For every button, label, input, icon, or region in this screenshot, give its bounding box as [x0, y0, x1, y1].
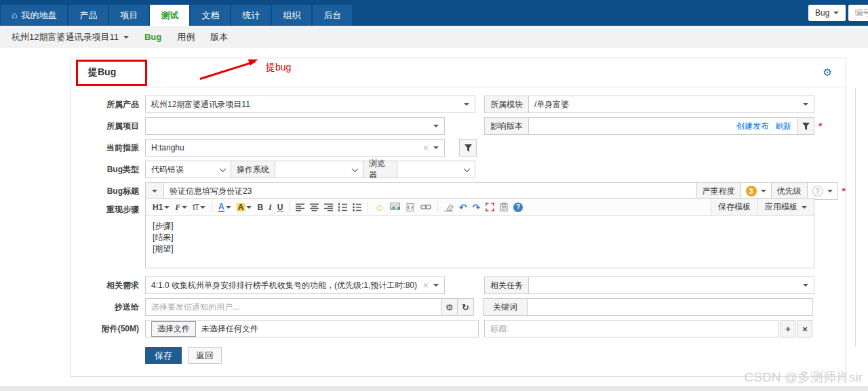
save-button[interactable]: 保存 [145, 347, 182, 364]
cc-settings-button[interactable]: ⚙ [441, 298, 458, 316]
font-size-icon[interactable]: tT [193, 203, 205, 211]
related-task-select[interactable] [528, 276, 814, 294]
related-task-group: 相关任务 [484, 276, 814, 294]
attachment-title-input[interactable] [484, 320, 778, 337]
watermark-text: CSDN @多测师肖sir [745, 369, 863, 386]
related-task-label: 相关任务 [484, 276, 529, 294]
plus-icon: + [785, 324, 791, 334]
row-project: 所属项目 影响版本 创建发布 刷新 * [71, 117, 846, 135]
home-icon: ⌂ [12, 5, 17, 26]
nav-item-org[interactable]: 组织 [272, 5, 311, 26]
save-template-button[interactable]: 保存模板 [711, 199, 757, 215]
remove-attachment-button[interactable]: × [797, 320, 812, 337]
close-icon: × [802, 324, 808, 334]
module-label: 所属模块 [484, 96, 529, 113]
bug-type-select[interactable]: 代码错误 [145, 161, 231, 178]
nav-item-test[interactable]: 测试 [150, 5, 189, 26]
create-bug-panel: 提Bug ⚙ 所属产品 杭州12期富婆通讯录项目11 所属模块 /单身富婆 所属… [71, 58, 846, 377]
bug-form: 所属产品 杭州12期富婆通讯录项目11 所属模块 /单身富婆 所属项目 影响版 [71, 87, 846, 364]
related-story-select[interactable]: 4:1.0 收集杭州单身安排排行榜手机收集号的功能，(优先级:1,预计工时:80… [145, 276, 445, 294]
code-icon[interactable] [406, 203, 415, 211]
subtab-case[interactable]: 用例 [177, 31, 195, 43]
cc-input[interactable] [145, 298, 441, 316]
create-release-link[interactable]: 创建发布 [736, 121, 769, 132]
paste-icon[interactable] [500, 203, 508, 211]
refresh-link[interactable]: 刷新 [775, 121, 791, 132]
help-icon[interactable]: ? [513, 203, 523, 212]
gear-icon[interactable]: ⚙ [823, 66, 832, 79]
emoji-icon[interactable]: ☺ [374, 203, 384, 212]
link-icon[interactable] [420, 204, 431, 210]
nav-item-project[interactable]: 项目 [109, 5, 149, 26]
gear-icon: ⚙ [446, 302, 454, 312]
highlight-color-icon[interactable]: A [237, 203, 252, 211]
undo-icon[interactable]: ↶ [459, 203, 467, 212]
version-filter-button[interactable] [797, 117, 814, 135]
underline-icon[interactable]: U [277, 203, 283, 211]
nav-item-stats[interactable]: 统计 [231, 5, 271, 26]
font-family-icon[interactable]: F [175, 203, 187, 211]
row-cc: 抄送给 ⚙ ↻ 关键词 [71, 298, 846, 316]
redo-icon[interactable]: ↷ [472, 203, 480, 212]
project-select[interactable] [145, 117, 445, 135]
font-color-icon[interactable]: A [218, 203, 231, 212]
apply-template-button[interactable]: 应用模板 [757, 199, 814, 215]
align-left-icon[interactable] [296, 203, 304, 211]
keywords-input[interactable] [527, 298, 813, 316]
choose-file-button[interactable]: 选择文件 [151, 321, 196, 337]
chevron-down-icon [761, 190, 766, 192]
module-select[interactable]: /单身富婆 [528, 96, 814, 113]
chevron-down-icon [433, 146, 439, 149]
eraser-icon[interactable] [444, 203, 454, 211]
subtab-bug[interactable]: Bug [144, 32, 161, 42]
nav-item-admin[interactable]: 后台 [313, 5, 352, 26]
italic-icon[interactable]: I [269, 203, 272, 211]
assignee-select[interactable]: H:tanghu × [145, 139, 445, 157]
page-title: 提Bug [88, 66, 116, 79]
keywords-group: 关键词 [483, 298, 813, 316]
clear-icon[interactable]: × [423, 281, 429, 290]
align-right-icon[interactable] [324, 203, 333, 211]
assignee-label: 当前指派 [71, 142, 145, 154]
heading-icon[interactable]: H1 [153, 203, 170, 211]
editor-toolbar: H1 F tT A A B I U ☺ [146, 199, 814, 216]
clear-icon[interactable]: × [423, 143, 429, 152]
cc-label: 抄送给 [71, 302, 145, 313]
scrollbar-divider [855, 88, 856, 347]
row-related-story: 相关需求 4:1.0 收集杭州单身安排排行榜手机收集号的功能，(优先级:1,预计… [71, 276, 846, 294]
cc-refresh-button[interactable]: ↻ [457, 298, 474, 316]
search-type-button[interactable]: Bug [808, 5, 846, 21]
row-assignee: 当前指派 H:tanghu × [71, 139, 846, 157]
file-upload-field: 选择文件 未选择任何文件 [145, 320, 479, 337]
back-button[interactable]: 返回 [188, 347, 222, 364]
nav-item-doc[interactable]: 文档 [191, 5, 230, 26]
product-select[interactable]: 杭州12期富婆通讯录项目11 [145, 96, 475, 113]
chevron-down-icon [433, 284, 439, 287]
os-select[interactable] [275, 161, 363, 178]
navbar-right: Bug [808, 5, 868, 21]
funnel-icon [465, 144, 472, 152]
chevron-down-icon [803, 103, 808, 106]
version-label: 影响版本 [484, 117, 529, 135]
assignee-filter-button[interactable] [459, 139, 477, 157]
row-attachment: 附件(50M) 选择文件 未选择任何文件 + × [71, 320, 846, 337]
os-label: 操作系统 [231, 161, 275, 178]
fullscreen-icon[interactable] [486, 203, 494, 211]
steps-editor-content[interactable]: [步骤] [结果] [期望] [146, 216, 814, 268]
unordered-list-icon[interactable] [353, 203, 361, 211]
bold-icon[interactable]: B [257, 203, 263, 211]
project-switcher[interactable]: 杭州12期富婆通讯录项目11 [12, 31, 129, 43]
subtab-build[interactable]: 版本 [210, 31, 228, 43]
chevron-down-icon [802, 206, 807, 209]
severity-badge: 3 [746, 186, 757, 197]
browser-select[interactable] [397, 161, 475, 178]
version-select[interactable]: 创建发布 刷新 [528, 117, 797, 135]
nav-item-my-dashboard[interactable]: ⌂ 我的地盘 [1, 5, 67, 26]
add-attachment-button[interactable]: + [781, 320, 795, 337]
image-icon[interactable] [390, 203, 400, 211]
chevron-down-icon [152, 190, 157, 192]
ordered-list-icon[interactable] [338, 203, 347, 211]
align-center-icon[interactable] [310, 203, 319, 211]
nav-item-product[interactable]: 产品 [68, 5, 108, 26]
search-input[interactable] [848, 5, 868, 21]
